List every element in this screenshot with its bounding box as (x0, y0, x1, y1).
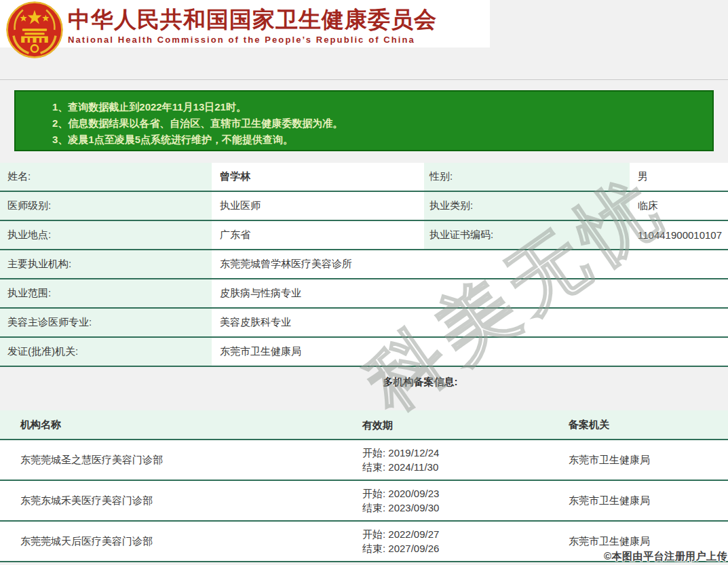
field-label-certificate-number: 执业证书编码: (424, 221, 630, 249)
registration-authority: 东莞市卫生健康局 (569, 535, 728, 548)
field-value-gender: 男 (632, 163, 728, 191)
field-value-certificate-number: 110441900010107 (632, 221, 728, 249)
field-value-doctor-level: 执业医师 (214, 192, 422, 220)
field-label-name: 姓名: (0, 163, 212, 191)
table-row: 执业地点: 广东省 执业证书编码: 110441900010107 (0, 221, 728, 250)
doctor-info-table: 姓名: 曾学林 性别: 男 医师级别: 执业医师 执业类别: 临床 执业地点: … (0, 163, 728, 367)
site-title-chinese: 中华人民共和国国家卫生健康委员会 (68, 6, 437, 33)
site-title-english: National Health Commission of the People… (68, 35, 437, 45)
registration-validity: 开始: 2022/09/27 结束: 2027/09/26 (362, 527, 569, 556)
registration-table: 机构名称 有效期 备案机关 东莞莞城圣之慧医疗美容门诊部 开始: 2019/12… (0, 410, 728, 562)
registration-institution: 东莞东城禾美医疗美容门诊部 (0, 494, 362, 507)
field-value-main-institution: 东莞莞城曾学林医疗美容诊所 (214, 250, 728, 278)
column-header-validity: 有效期 (362, 418, 569, 432)
field-value-issuing-authority: 东莞市卫生健康局 (214, 338, 728, 366)
field-value-name: 曾学林 (214, 163, 422, 191)
field-label-cosmetic-specialty: 美容主诊医师专业: (0, 309, 212, 336)
field-label-gender: 性别: (424, 163, 630, 191)
multi-institution-section-title: 多机构备案信息: (56, 376, 728, 389)
notice-line-1: 1、查询数据截止到2022年11月13日21时。 (52, 99, 706, 115)
registration-institution: 东莞莞城圣之慧医疗美容门诊部 (0, 454, 362, 467)
registration-authority: 东莞市卫生健康局 (569, 494, 728, 507)
site-header: 中华人民共和国国家卫生健康委员会 National Health Commiss… (0, 0, 490, 47)
license-query-result-page: 中华人民共和国国家卫生健康委员会 National Health Commiss… (0, 0, 728, 565)
table-row: 主要执业机构: 东莞莞城曾学林医疗美容诊所 (0, 250, 728, 279)
validity-end: 结束: 2023/09/30 (362, 501, 569, 515)
field-value-practice-location: 广东省 (214, 221, 422, 249)
registration-institution: 东莞莞城天后医疗美容门诊部 (0, 535, 362, 548)
national-emblem-icon (5, 1, 64, 59)
table-row: 医师级别: 执业医师 执业类别: 临床 (0, 192, 728, 221)
registration-authority: 东莞市卫生健康局 (569, 454, 728, 467)
field-label-practice-scope: 执业范围: (0, 279, 212, 307)
validity-start: 开始: 2019/12/24 (362, 446, 569, 460)
header-divider (0, 79, 728, 80)
table-row: 姓名: 曾学林 性别: 男 (0, 163, 728, 192)
table-row: 美容主诊医师专业: 美容皮肤科专业 (0, 309, 728, 338)
table-row: 东莞莞城圣之慧医疗美容门诊部 开始: 2019/12/24 结束: 2024/1… (0, 440, 728, 481)
registration-table-header: 机构名称 有效期 备案机关 (0, 410, 728, 440)
field-label-practice-location: 执业地点: (0, 221, 212, 249)
table-row: 东莞东城禾美医疗美容门诊部 开始: 2020/09/23 结束: 2023/09… (0, 481, 728, 522)
validity-end: 结束: 2027/09/26 (362, 541, 569, 556)
column-header-authority: 备案机关 (569, 418, 728, 431)
table-row: 发证(批准)机关: 东莞市卫生健康局 (0, 338, 728, 367)
validity-end: 结束: 2024/11/30 (362, 460, 569, 474)
notice-line-2: 2、信息数据结果以各省、自治区、直辖市卫生健康委数据为准。 (52, 115, 706, 132)
field-value-practice-scope: 皮肤病与性病专业 (214, 279, 728, 307)
field-label-main-institution: 主要执业机构: (0, 250, 212, 278)
field-value-practice-category: 临床 (632, 192, 728, 220)
field-label-issuing-authority: 发证(批准)机关: (0, 338, 212, 366)
field-value-cosmetic-specialty: 美容皮肤科专业 (214, 309, 728, 336)
validity-start: 开始: 2020/09/23 (362, 486, 569, 501)
registration-validity: 开始: 2020/09/23 结束: 2023/09/30 (362, 486, 569, 515)
column-header-institution: 机构名称 (0, 418, 362, 431)
table-row: 执业范围: 皮肤病与性病专业 (0, 279, 728, 309)
field-label-doctor-level: 医师级别: (0, 192, 212, 220)
validity-start: 开始: 2022/09/27 (362, 527, 569, 541)
notice-line-3: 3、凌晨1点至凌晨5点系统进行维护，不能提供查询。 (52, 132, 706, 148)
query-notice-box: 1、查询数据截止到2022年11月13日21时。 2、信息数据结果以各省、自治区… (14, 90, 714, 151)
registration-validity: 开始: 2019/12/24 结束: 2024/11/30 (362, 446, 569, 474)
site-title-block: 中华人民共和国国家卫生健康委员会 National Health Commiss… (68, 6, 437, 45)
uploader-stamp-watermark: ©本图由平台注册用户上传 (604, 550, 727, 563)
field-label-practice-category: 执业类别: (424, 192, 630, 220)
